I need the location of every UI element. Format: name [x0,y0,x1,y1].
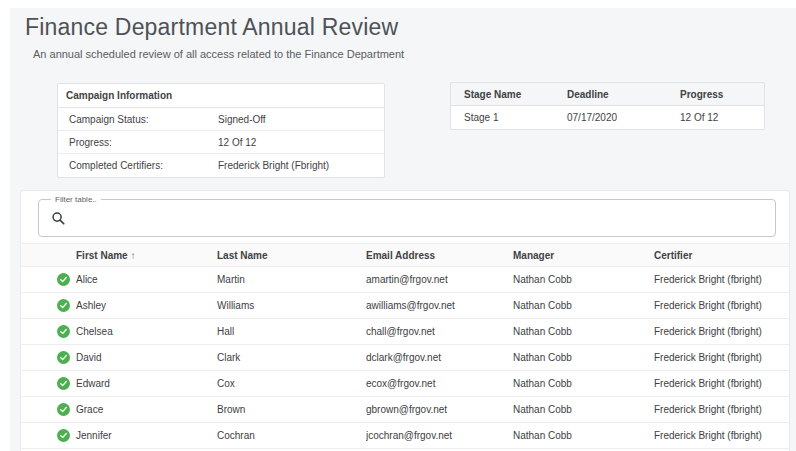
table-row[interactable]: AliceMartinamartin@frgov.netNathan CobbF… [21,267,789,293]
column-header-last-name[interactable]: Last Name [217,250,366,261]
campaign-progress-value: 12 Of 12 [218,137,384,148]
filter-field[interactable]: Filter table.. [38,199,776,237]
campaign-status-label: Campaign Status: [69,114,218,125]
filter-input[interactable] [73,204,767,232]
cell-manager: Nathan Cobb [513,326,654,337]
row-status-cell [21,272,76,287]
cell-email: dclark@frgov.net [366,352,513,363]
cell-first-name: Ashley [76,300,217,311]
cell-first-name: Edward [76,378,217,389]
cell-manager: Nathan Cobb [513,378,654,389]
cell-email: jcochran@frgov.net [366,430,513,441]
cell-manager: Nathan Cobb [513,430,654,441]
cell-email: gbrown@frgov.net [366,404,513,415]
completed-certifiers-label: Completed Certifiers: [69,160,218,171]
cell-certifier: Frederick Bright (fbright) [654,274,789,285]
cell-certifier: Frederick Bright (fbright) [654,404,789,415]
table-row[interactable]: EdwardCoxecox@frgov.netNathan CobbFreder… [21,371,789,397]
cell-manager: Nathan Cobb [513,274,654,285]
row-status-cell [21,402,76,417]
check-circle-icon [57,402,70,417]
stage-deadline-value: 07/17/2020 [567,112,680,123]
check-circle-icon [57,376,70,391]
row-status-cell [21,298,76,313]
cell-first-name: Chelsea [76,326,217,337]
table-row[interactable]: DavidClarkdclark@frgov.netNathan CobbFre… [21,345,789,371]
check-circle-icon [57,324,70,339]
table-row[interactable]: AshleyWilliamsawilliams@frgov.netNathan … [21,293,789,319]
column-header-progress: Progress [680,89,764,100]
content-area: Finance Department Annual Review An annu… [10,8,796,451]
stage-name-value: Stage 1 [464,112,567,123]
cell-last-name: Cox [217,378,366,389]
cell-email: awilliams@frgov.net [366,300,513,311]
page-title: Finance Department Annual Review [25,14,398,41]
cell-first-name: David [76,352,217,363]
row-status-cell [21,324,76,339]
cell-email: ecox@frgov.net [366,378,513,389]
cell-manager: Nathan Cobb [513,404,654,415]
column-header-manager[interactable]: Manager [513,250,654,261]
column-header-email-address[interactable]: Email Address [366,250,513,261]
cell-certifier: Frederick Bright (fbright) [654,300,789,311]
table-row[interactable]: GraceBrowngbrown@frgov.netNathan CobbFre… [21,397,789,423]
campaign-information-card: Campaign Information Campaign Status: Si… [57,83,385,178]
column-header-certifier[interactable]: Certifier [654,250,789,261]
completed-certifiers-value: Frederick Bright (Fbright) [218,160,384,171]
campaign-status-row: Campaign Status: Signed-Off [58,108,384,131]
check-circle-icon [57,298,70,313]
stage-table-header: Stage Name Deadline Progress [451,83,764,106]
table-panel: Filter table.. First Name ↑Last NameEmai… [20,190,790,451]
page-subtitle: An annual scheduled review of all access… [33,48,404,60]
user-table-body: AliceMartinamartin@frgov.netNathan CobbF… [21,267,789,449]
filter-field-label: Filter table.. [51,195,101,204]
cell-email: amartin@frgov.net [366,274,513,285]
row-status-cell [21,428,76,443]
cell-first-name: Grace [76,404,217,415]
column-header-deadline: Deadline [567,89,680,100]
cell-certifier: Frederick Bright (fbright) [654,326,789,337]
cell-last-name: Clark [217,352,366,363]
table-row[interactable]: JenniferCochranjcochran@frgov.netNathan … [21,423,789,449]
cell-first-name: Alice [76,274,217,285]
campaign-card-header: Campaign Information [58,84,384,108]
cell-last-name: Hall [217,326,366,337]
campaign-progress-label: Progress: [69,137,218,148]
search-icon [51,211,66,226]
check-circle-icon [57,272,70,287]
cell-last-name: Cochran [217,430,366,441]
table-row[interactable]: ChelseaHallchall@frgov.netNathan CobbFre… [21,319,789,345]
column-header-stage-name: Stage Name [464,89,567,100]
column-header-first-name[interactable]: First Name ↑ [76,250,217,261]
cell-certifier: Frederick Bright (fbright) [654,378,789,389]
stage-table: Stage Name Deadline Progress Stage 1 07/… [450,82,765,130]
row-status-cell [21,376,76,391]
check-circle-icon [57,350,70,365]
review-page: Finance Department Annual Review An annu… [0,0,796,451]
cell-manager: Nathan Cobb [513,352,654,363]
cell-last-name: Brown [217,404,366,415]
user-table: First Name ↑Last NameEmail AddressManage… [21,243,789,449]
cell-email: chall@frgov.net [366,326,513,337]
campaign-progress-row: Progress: 12 Of 12 [58,131,384,154]
sort-ascending-icon: ↑ [128,250,136,261]
cell-last-name: Martin [217,274,366,285]
row-status-cell [21,350,76,365]
cell-manager: Nathan Cobb [513,300,654,311]
stage-progress-value: 12 Of 12 [680,112,764,123]
cell-certifier: Frederick Bright (fbright) [654,430,789,441]
check-circle-icon [57,428,70,443]
user-table-header: First Name ↑Last NameEmail AddressManage… [21,243,789,267]
stage-row[interactable]: Stage 1 07/17/2020 12 Of 12 [451,106,764,129]
completed-certifiers-row: Completed Certifiers: Frederick Bright (… [58,154,384,177]
cell-first-name: Jennifer [76,430,217,441]
cell-last-name: Williams [217,300,366,311]
cell-certifier: Frederick Bright (fbright) [654,352,789,363]
campaign-status-value: Signed-Off [218,114,384,125]
